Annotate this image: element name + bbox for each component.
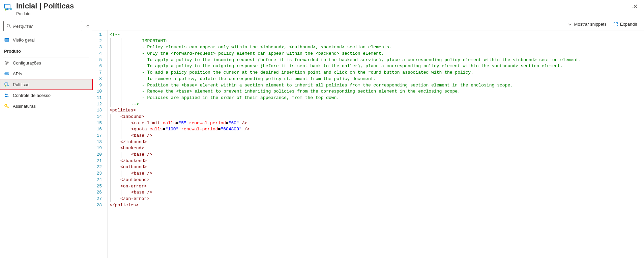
users-icon bbox=[4, 93, 9, 98]
search-input[interactable] bbox=[13, 24, 79, 29]
overview-icon bbox=[4, 37, 9, 43]
editor-gutter: 1234567891011121314151617181920212223242… bbox=[92, 30, 107, 258]
page-header: Inicial | Políticas Produto … ✕ bbox=[0, 0, 644, 19]
svg-point-11 bbox=[7, 73, 8, 74]
nav-policies[interactable]: Políticas bbox=[0, 79, 92, 90]
toolbar-label: Expandir bbox=[620, 22, 637, 27]
sidebar: « Visão geral Produto Configurações bbox=[0, 19, 92, 258]
policies-icon bbox=[4, 82, 9, 87]
collapse-sidebar-button[interactable]: « bbox=[86, 23, 89, 29]
svg-point-9 bbox=[5, 73, 6, 74]
chevron-down-icon bbox=[567, 22, 572, 27]
product-icon bbox=[3, 3, 13, 12]
nav-subscriptions[interactable]: Assinaturas bbox=[0, 101, 92, 111]
expand-button[interactable]: Expandir bbox=[613, 22, 637, 27]
page-subtitle: Produto bbox=[16, 11, 626, 16]
search-box[interactable] bbox=[3, 21, 82, 31]
svg-rect-12 bbox=[5, 83, 8, 85]
svg-point-10 bbox=[6, 73, 7, 74]
key-icon bbox=[4, 103, 9, 109]
svg-rect-0 bbox=[5, 4, 10, 8]
svg-line-4 bbox=[9, 27, 11, 28]
show-snippets-button[interactable]: Mostrar snippets bbox=[567, 22, 607, 27]
nav-config[interactable]: Configurações bbox=[0, 57, 92, 68]
svg-point-3 bbox=[7, 24, 10, 27]
svg-point-14 bbox=[5, 85, 6, 87]
nav-overview[interactable]: Visão geral bbox=[0, 34, 92, 45]
editor-code[interactable]: <!--IMPORTANT:- Policy elements can appe… bbox=[107, 30, 644, 258]
policy-editor[interactable]: 1234567891011121314151617181920212223242… bbox=[92, 30, 644, 258]
toolbar: Mostrar snippets Expandir bbox=[92, 19, 644, 30]
nav-section-header: Produto bbox=[0, 45, 92, 56]
svg-point-15 bbox=[5, 94, 6, 95]
api-icon bbox=[4, 71, 9, 76]
svg-point-16 bbox=[7, 94, 8, 95]
svg-point-1 bbox=[10, 8, 12, 10]
toolbar-label: Mostrar snippets bbox=[574, 22, 607, 27]
nav-label: APIs bbox=[13, 71, 22, 76]
nav-label: Políticas bbox=[13, 82, 29, 87]
page-title: Inicial | Políticas bbox=[16, 1, 626, 11]
svg-point-13 bbox=[7, 85, 9, 86]
gear-icon bbox=[4, 60, 9, 66]
nav-label: Assinaturas bbox=[13, 104, 36, 109]
nav-access[interactable]: Controle de acesso bbox=[0, 90, 92, 101]
svg-rect-6 bbox=[5, 38, 9, 39]
search-icon bbox=[6, 24, 11, 28]
nav-label: Visão geral bbox=[13, 37, 35, 43]
close-button[interactable]: ✕ bbox=[633, 3, 638, 10]
svg-point-7 bbox=[6, 62, 7, 63]
expand-icon bbox=[613, 22, 618, 27]
nav-label: Configurações bbox=[13, 60, 41, 66]
nav-label: Controle de acesso bbox=[13, 93, 51, 98]
nav-apis[interactable]: APIs bbox=[0, 68, 92, 79]
